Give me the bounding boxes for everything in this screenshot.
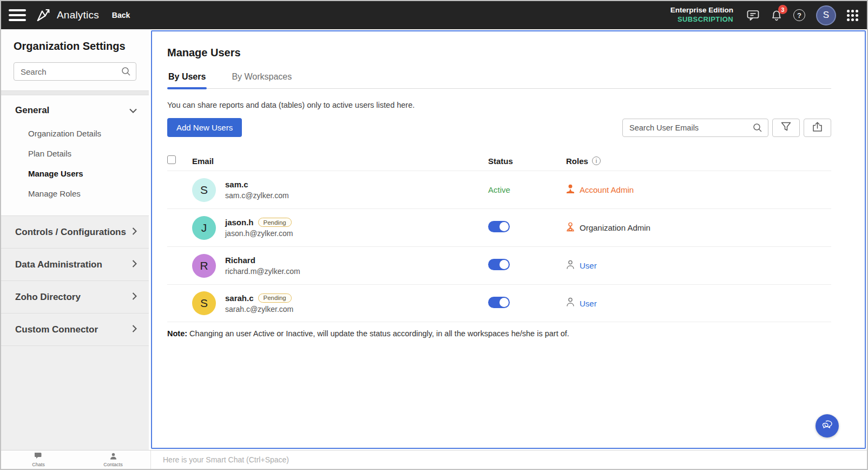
smart-chat-bar: Chats Contacts Here is your Smart Chat (… bbox=[1, 450, 867, 469]
filter-button[interactable] bbox=[772, 119, 800, 137]
notification-count-badge: 3 bbox=[778, 5, 787, 14]
search-user-emails-input[interactable] bbox=[622, 119, 768, 137]
sidebar-item-manage-roles[interactable]: Manage Roles bbox=[1, 184, 149, 204]
avatar: S bbox=[192, 291, 216, 315]
sidebar-search-input[interactable] bbox=[14, 62, 136, 81]
chat-bubbles-icon bbox=[821, 420, 834, 432]
column-status: Status bbox=[488, 156, 566, 166]
role-link[interactable]: Organization Admin bbox=[580, 223, 650, 232]
table-row-sarah: S sarah.c Pending sarah.c@zylker.com bbox=[167, 284, 831, 322]
sidebar-section-zoho-directory[interactable]: Zoho Directory bbox=[1, 281, 149, 314]
user-email: sarah.c@zylker.com bbox=[225, 305, 293, 314]
role-link[interactable]: Account Admin bbox=[580, 185, 634, 194]
chats-tab[interactable]: Chats bbox=[1, 451, 76, 469]
sidebar-section-data-administration[interactable]: Data Administration bbox=[1, 249, 149, 281]
status-toggle[interactable] bbox=[488, 259, 510, 270]
select-all-checkbox[interactable] bbox=[167, 155, 176, 164]
user-avatar[interactable]: S bbox=[816, 5, 836, 25]
contacts-tab[interactable]: Contacts bbox=[76, 451, 150, 469]
chat-bubbles-icon bbox=[34, 452, 43, 461]
table-row-richard: R Richard richard.m@zylker.com bbox=[167, 246, 831, 284]
sidebar-item-organization-details[interactable]: Organization Details bbox=[1, 123, 149, 143]
app-window: Analytics Back Enterprise Edition SUBSCR… bbox=[0, 0, 868, 470]
avatar: J bbox=[192, 216, 216, 240]
chevron-right-icon bbox=[132, 292, 137, 302]
chevron-down-icon bbox=[129, 106, 137, 115]
avatar: S bbox=[192, 178, 216, 202]
sidebar-section-controls-configurations[interactable]: Controls / Configurations bbox=[1, 216, 149, 249]
feedback-comment-icon[interactable] bbox=[746, 9, 760, 21]
role-link[interactable]: User bbox=[580, 299, 597, 308]
status-active-label: Active bbox=[488, 185, 510, 194]
filter-icon bbox=[781, 122, 791, 133]
back-button[interactable]: Back bbox=[112, 11, 130, 19]
sidebar-title: Organization Settings bbox=[14, 40, 136, 53]
floating-chat-button[interactable] bbox=[816, 414, 839, 438]
user-email: richard.m@zylker.com bbox=[225, 267, 300, 276]
user-email: jason.h@zylker.com bbox=[225, 229, 293, 238]
user-name: jason.h bbox=[225, 218, 254, 227]
users-table: Email Status Roles i S sam.c bbox=[167, 151, 831, 322]
user-name: sarah.c bbox=[225, 293, 254, 303]
search-icon bbox=[753, 123, 762, 135]
pending-badge: Pending bbox=[258, 293, 292, 303]
avatar: R bbox=[192, 254, 216, 278]
user-icon bbox=[566, 297, 575, 309]
page-title: Manage Users bbox=[167, 47, 831, 59]
role-link[interactable]: User bbox=[580, 261, 597, 270]
table-header: Email Status Roles i bbox=[167, 151, 831, 171]
export-icon bbox=[812, 122, 823, 134]
sidebar-divider bbox=[1, 90, 149, 95]
chevron-right-icon bbox=[132, 227, 137, 237]
account-admin-icon bbox=[566, 184, 575, 196]
user-icon bbox=[110, 453, 117, 461]
sidebar-item-plan-details[interactable]: Plan Details bbox=[1, 143, 149, 164]
hamburger-icon[interactable] bbox=[9, 9, 26, 21]
info-icon[interactable]: i bbox=[592, 156, 601, 165]
note-text: Note: Changing an user Active or Inactiv… bbox=[167, 329, 831, 338]
status-toggle[interactable] bbox=[488, 221, 510, 232]
user-email: sam.c@zylker.com bbox=[225, 191, 289, 200]
chevron-right-icon bbox=[132, 325, 137, 335]
export-button[interactable] bbox=[804, 119, 831, 137]
user-icon bbox=[566, 260, 575, 272]
analytics-logo-icon bbox=[36, 7, 52, 23]
tab-bar: By Users By Workspaces bbox=[167, 69, 831, 89]
column-email: Email bbox=[192, 156, 488, 166]
sidebar-section-general[interactable]: General bbox=[1, 95, 149, 123]
sidebar-section-custom-connector[interactable]: Custom Connector bbox=[1, 314, 149, 346]
edition-label: Enterprise Edition SUBSCRIPTION bbox=[670, 6, 733, 24]
smart-chat-input[interactable]: Here is your Smart Chat (Ctrl+Space) bbox=[151, 451, 867, 469]
top-bar: Analytics Back Enterprise Edition SUBSCR… bbox=[1, 1, 867, 29]
subscription-label: SUBSCRIPTION bbox=[670, 15, 733, 24]
apps-grid-icon[interactable] bbox=[847, 10, 858, 21]
manage-users-panel: Manage Users By Users By Workspaces You … bbox=[151, 30, 866, 449]
sidebar-item-manage-users[interactable]: Manage Users bbox=[1, 164, 149, 184]
settings-sidebar: Organization Settings General bbox=[1, 29, 149, 450]
tab-by-users[interactable]: By Users bbox=[167, 69, 207, 88]
chevron-right-icon bbox=[132, 260, 137, 270]
add-new-users-button[interactable]: Add New Users bbox=[167, 118, 242, 137]
brand-logo[interactable]: Analytics bbox=[36, 7, 99, 23]
table-row-sam: S sam.c sam.c@zylker.com Active bbox=[167, 171, 831, 208]
product-name: Analytics bbox=[57, 9, 99, 21]
notifications-bell-icon[interactable]: 3 bbox=[771, 9, 782, 22]
table-row-jason: J jason.h Pending jason.h@zylker.com bbox=[167, 208, 831, 246]
tab-by-workspaces[interactable]: By Workspaces bbox=[231, 69, 293, 88]
organization-admin-icon bbox=[566, 222, 575, 234]
info-text: You can share reports and data (tables) … bbox=[167, 101, 831, 109]
column-roles: Roles bbox=[566, 156, 588, 166]
search-icon bbox=[121, 67, 131, 79]
user-name: sam.c bbox=[225, 180, 248, 189]
pending-badge: Pending bbox=[258, 218, 292, 227]
help-icon[interactable]: ? bbox=[793, 9, 805, 21]
user-name: Richard bbox=[225, 256, 255, 265]
status-toggle[interactable] bbox=[488, 297, 510, 308]
